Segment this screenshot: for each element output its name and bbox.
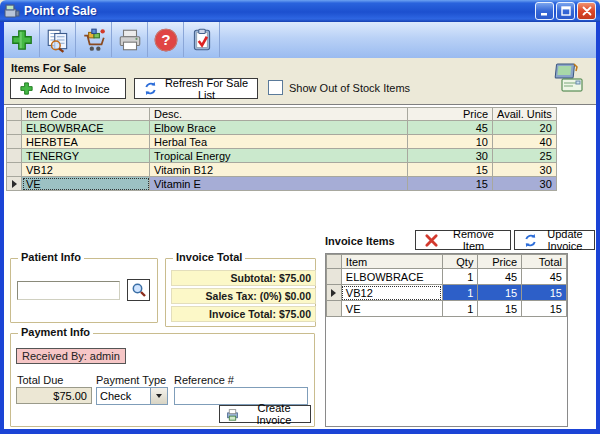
inventory-toolbar-button[interactable] <box>40 22 76 57</box>
table-row[interactable]: TENERGY Tropical Energy 30 25 <box>7 149 557 163</box>
table-header-row: Item Qty Price Total <box>327 255 567 269</box>
refresh-icon <box>523 233 538 248</box>
pos-cart-toolbar-button[interactable] <box>76 22 112 57</box>
show-out-of-stock-option: Show Out of Stock Items <box>268 80 410 95</box>
bottom-panel: Patient Info Invoice Total Subtotal: $75… <box>4 228 596 429</box>
remove-item-button[interactable]: Remove Item <box>415 230 511 250</box>
plus-icon <box>19 81 34 96</box>
window-border-right <box>596 22 600 434</box>
payment-type-dropdown[interactable]: Check <box>96 387 168 405</box>
add-to-invoice-button[interactable]: Add to Invoice <box>10 78 126 99</box>
print-icon <box>117 27 143 53</box>
remove-x-icon <box>424 233 439 248</box>
table-row[interactable]: ELBOWBRACE Elbow Brace 45 20 <box>7 121 557 135</box>
refresh-icon <box>143 81 158 96</box>
col-item-code[interactable]: Item Code <box>22 108 150 121</box>
items-for-sale-title: Items For Sale <box>11 62 86 74</box>
patient-search-button[interactable] <box>127 279 150 301</box>
refresh-for-sale-button[interactable]: Refresh For Sale List <box>134 78 258 99</box>
title-bar[interactable]: Point of Sale <box>0 0 600 22</box>
app-icon <box>4 3 20 19</box>
items-for-sale-table-area: Item Code Desc. Price Avail. Units ELBOW… <box>4 104 596 229</box>
client-area: Items For Sale Add to Invoice Refresh Fo… <box>4 58 596 429</box>
inventory-reports-icon <box>45 27 71 53</box>
help-toolbar-button[interactable]: ? <box>148 22 184 57</box>
col-price[interactable]: Price <box>408 108 493 121</box>
table-row[interactable]: VE 1 15 15 <box>327 301 567 317</box>
table-row[interactable]: ELBOWBRACE 1 45 45 <box>327 269 567 285</box>
sales-tax-value: Sales Tax: (0%) $0.00 <box>171 288 316 304</box>
table-row-selected[interactable]: VE Vitamin E 15 30 <box>7 177 557 191</box>
invoice-total-value: Invoice Total: $75.00 <box>171 306 316 322</box>
invoice-total-group: Invoice Total Subtotal: $75.00 Sales Tax… <box>165 258 316 327</box>
reference-label: Reference # <box>174 374 234 386</box>
help-icon: ? <box>153 27 179 53</box>
dropdown-button[interactable] <box>150 388 167 404</box>
maximize-icon <box>561 6 571 16</box>
app-window: Point of Sale ? <box>0 0 600 434</box>
toolbar: ? <box>4 22 596 59</box>
table-row[interactable]: VB12 Vitamin B12 15 30 <box>7 163 557 177</box>
col-qty[interactable]: Qty <box>442 255 478 269</box>
payment-info-group: Payment Info Received By: admin Total Du… <box>10 333 315 427</box>
table-header-row: Item Code Desc. Price Avail. Units <box>7 108 557 121</box>
show-out-of-stock-label: Show Out of Stock Items <box>289 82 410 94</box>
add-icon <box>9 27 35 53</box>
pos-terminal-icon <box>552 60 586 96</box>
tasks-icon <box>189 27 215 53</box>
close-icon <box>582 6 592 16</box>
invoice-items-table-area: Item Qty Price Total ELBOWBRACE 1 45 45 <box>325 253 568 427</box>
print-toolbar-button[interactable] <box>112 22 148 57</box>
items-for-sale-table: Item Code Desc. Price Avail. Units ELBOW… <box>6 107 557 191</box>
total-due-label: Total Due <box>17 374 63 386</box>
patient-info-title: Patient Info <box>18 251 84 263</box>
close-button[interactable] <box>577 2 596 20</box>
invoice-items-table: Item Qty Price Total ELBOWBRACE 1 45 45 <box>326 254 567 317</box>
row-selector-arrow-icon <box>331 289 336 297</box>
chevron-down-icon <box>156 394 162 398</box>
update-invoice-button[interactable]: Update Invoice <box>514 230 595 250</box>
subtotal-value: Subtotal: $75.00 <box>171 270 316 286</box>
invoice-items-title: Invoice Items <box>325 235 395 247</box>
total-due-field: $75.00 <box>16 387 92 404</box>
col-item[interactable]: Item <box>341 255 442 269</box>
patient-search-input[interactable] <box>17 281 120 300</box>
search-icon <box>131 282 147 298</box>
minimize-icon <box>540 7 550 16</box>
show-out-of-stock-checkbox[interactable] <box>268 80 283 95</box>
col-total[interactable]: Total <box>522 255 567 269</box>
patient-info-group: Patient Info <box>10 258 158 323</box>
minimize-button[interactable] <box>535 2 554 20</box>
tasks-toolbar-button[interactable] <box>184 22 220 57</box>
table-row[interactable]: HERBTEA Herbal Tea 10 40 <box>7 135 557 149</box>
window-title: Point of Sale <box>24 4 535 18</box>
create-invoice-button[interactable]: Create Invoice <box>219 405 311 423</box>
table-row-selected[interactable]: VB12 1 15 15 <box>327 285 567 301</box>
col-price[interactable]: Price <box>478 255 522 269</box>
window-border-bottom <box>0 429 600 434</box>
col-desc[interactable]: Desc. <box>150 108 408 121</box>
maximize-button[interactable] <box>556 2 575 20</box>
window-controls <box>535 2 596 20</box>
svg-text:?: ? <box>161 31 170 48</box>
col-avail-units[interactable]: Avail. Units <box>493 108 557 121</box>
payment-type-label: Payment Type <box>96 374 166 386</box>
add-toolbar-button[interactable] <box>4 22 40 57</box>
payment-info-title: Payment Info <box>18 326 93 338</box>
row-selector-arrow-icon <box>12 180 17 188</box>
invoice-total-title: Invoice Total <box>173 251 245 263</box>
received-by-badge: Received By: admin <box>16 348 126 364</box>
create-invoice-icon <box>226 408 239 421</box>
pos-cart-icon <box>81 27 107 53</box>
payment-type-value: Check <box>97 390 150 402</box>
